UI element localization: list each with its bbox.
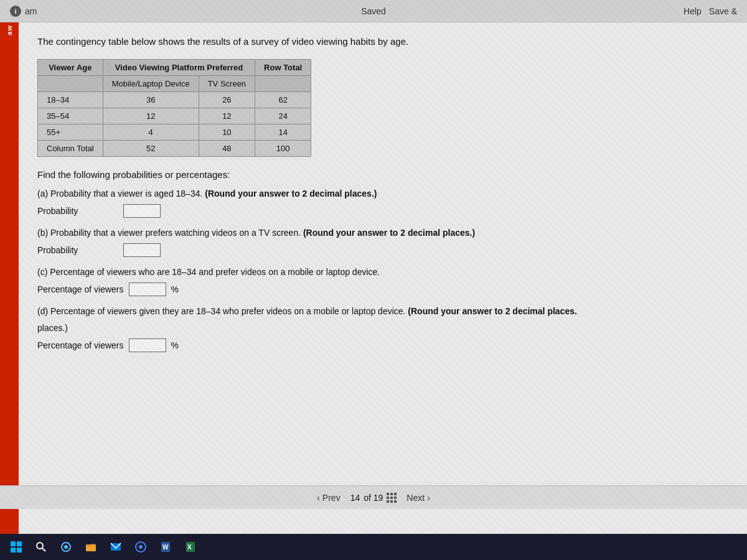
question-b-text: (b) Probability that a viewer prefers wa… [37,226,728,240]
question-d-bold: (Round your answer to 2 decimal places. [408,306,577,316]
grid-icon[interactable] [387,493,397,503]
col1-header: Viewer Age [38,60,103,76]
viewer-age-label [38,76,103,92]
info-icon[interactable]: i [10,6,21,17]
question-a-text: (a) Probability that a viewer is aged 18… [37,187,728,200]
content-area: The contingency table below shows the re… [19,22,747,373]
question-d-answer-label: Percentage of viewers [37,340,124,350]
question-d-percent: % [171,340,179,350]
row-total-header [255,76,311,92]
current-page: 14 [350,493,360,503]
saved-status: Saved [361,6,386,16]
question-c-answer-row: Percentage of viewers % [37,282,728,296]
question-c-label: (c) Percentage of viewers who are 18–34 … [37,267,380,277]
taskbar-cortana[interactable] [55,536,77,558]
col4-header: Row Total [255,60,311,76]
cortana-icon [60,541,72,553]
tv-18-34: 26 [199,92,255,108]
mobile-55plus: 4 [103,124,199,141]
app-label: am [25,6,37,16]
col3-header: TV Screen [199,76,255,92]
search-icon [35,541,47,553]
next-chevron-icon: › [427,493,430,503]
question-c-text: (c) Percentage of viewers who are 18–34 … [37,266,728,279]
mobile-18-34: 36 [103,92,199,108]
page-total: of 19 [364,493,383,503]
table-header-row: Viewer Age Video Viewing Platform Prefer… [38,60,311,76]
question-b-block: (b) Probability that a viewer prefers wa… [37,226,728,257]
total-35-54: 24 [255,108,311,124]
top-bar-right: Help Save & [684,6,737,16]
question-b-answer-label: Probability [37,245,118,255]
svg-rect-1 [17,541,22,546]
main-header: Video Viewing Platform Preferred [103,60,255,76]
folder-icon [85,541,96,553]
question-d-answer-row: Percentage of viewers % [37,338,728,352]
col-total-tv: 48 [199,141,255,157]
svg-rect-2 [11,548,16,553]
svg-rect-3 [17,548,22,553]
table-row: 18–34 36 26 62 [38,92,311,108]
taskbar-search[interactable] [30,536,52,558]
svg-text:X: X [187,544,192,551]
question-a-answer-row: Probability [37,204,728,218]
question-c-percent: % [171,284,179,294]
svg-point-4 [37,543,43,549]
question-d-input[interactable] [129,338,166,352]
mobile-35-54: 12 [103,108,199,124]
question-intro: The contingency table below shows the re… [37,35,728,48]
svg-text:W: W [162,544,169,551]
question-c-input[interactable] [129,282,166,296]
table-container: Viewer Age Video Viewing Platform Prefer… [37,59,728,157]
top-bar: i am Saved Help Save & [0,0,747,22]
svg-rect-0 [11,541,16,546]
table-row: 35–54 12 12 24 [38,108,311,124]
svg-line-5 [42,548,45,551]
table-sub-header: Mobile/Laptop Device TV Screen [38,76,311,92]
next-button[interactable]: Next › [406,493,430,503]
age-18-34: 18–34 [38,92,103,108]
taskbar-start-button[interactable] [5,536,27,558]
question-d-text: (d) Percentage of viewers given they are… [37,305,728,318]
taskbar-mail[interactable] [105,536,127,558]
top-bar-left: i am [10,6,37,17]
question-a-input[interactable] [123,204,161,218]
question-a-block: (a) Probability that a viewer is aged 18… [37,187,728,218]
total-18-34: 62 [255,92,311,108]
question-a-label: (a) Probability that a viewer is aged 18… [37,189,205,198]
question-b-answer-row: Probability [37,243,728,257]
question-d-label: (d) Percentage of viewers given they are… [37,306,408,316]
excel-icon: X [185,541,196,553]
question-a-bold: (Round your answer to 2 decimal places.) [205,189,377,198]
col2-header: Mobile/Laptop Device [103,76,199,92]
question-b-bold: (Round your answer to 2 decimal places.) [303,228,475,238]
question-b-input[interactable] [123,243,161,257]
taskbar-chrome[interactable] [129,536,152,558]
tv-35-54: 12 [199,108,255,124]
svg-point-7 [64,545,68,549]
help-button[interactable]: Help [684,6,702,16]
question-c-block: (c) Percentage of viewers who are 18–34 … [37,266,728,296]
mail-icon [110,541,121,553]
chrome-icon [135,541,146,553]
find-text: Find the following probabilities or perc… [37,169,728,180]
save-button[interactable]: Save & [709,6,737,16]
age-35-54: 35–54 [38,108,103,124]
question-d-places: places.) [37,323,68,333]
svg-point-11 [139,545,143,549]
side-panel-label: aw [6,25,13,35]
contingency-table: Viewer Age Video Viewing Platform Prefer… [37,59,311,157]
col-total-label: Column Total [38,141,103,157]
question-a-answer-label: Probability [37,206,118,216]
prev-button[interactable]: ‹ Prev [317,493,340,503]
question-d-text2: places.) [37,322,728,335]
taskbar-excel[interactable]: X [179,536,202,558]
side-panel: aw [0,22,19,535]
next-label: Next [406,493,425,503]
col-total-mobile: 52 [103,141,199,157]
windows-icon [10,541,22,553]
main-content-panel: i am Saved Help Save & aw The contingenc… [0,0,747,535]
age-55plus: 55+ [38,124,103,141]
taskbar-word[interactable]: W [154,536,177,558]
taskbar-file-explorer[interactable] [80,536,102,558]
